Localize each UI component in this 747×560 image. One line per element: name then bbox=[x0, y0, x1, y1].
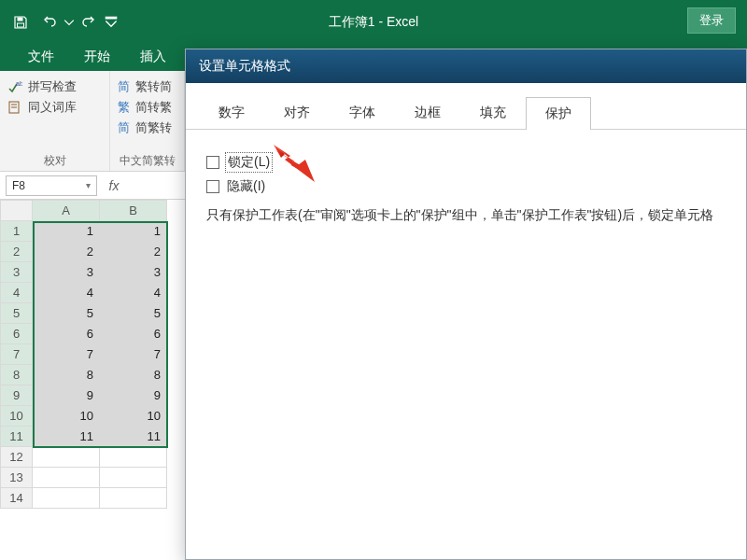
group-chinese-convert: 简 繁转简 繁 简转繁 简 简繁转 中文简繁转 bbox=[110, 71, 185, 171]
row-header[interactable]: 1 bbox=[1, 221, 33, 242]
cell[interactable]: 4 bbox=[33, 283, 100, 303]
spelling-label: 拼写检查 bbox=[28, 78, 77, 95]
cell[interactable]: 11 bbox=[100, 427, 167, 447]
table-row: 111 bbox=[1, 221, 167, 242]
tab-fill[interactable]: 填充 bbox=[460, 96, 526, 129]
quick-access-toolbar bbox=[0, 9, 118, 35]
hide-checkbox-row[interactable]: 隐藏(I) bbox=[206, 178, 726, 195]
group-proofing: abc 拼写检查 同义词库 校对 bbox=[0, 71, 110, 171]
undo-button[interactable] bbox=[35, 9, 62, 35]
row-header[interactable]: 2 bbox=[1, 242, 33, 262]
cell[interactable] bbox=[100, 447, 167, 468]
lock-label: 锁定(L) bbox=[227, 154, 271, 171]
thesaurus-icon bbox=[7, 100, 22, 115]
cell[interactable]: 1 bbox=[33, 221, 100, 242]
name-box[interactable]: F8 ▾ bbox=[6, 175, 97, 196]
tab-protect[interactable]: 保护 bbox=[526, 97, 591, 130]
dialog-body: 锁定(L) 隐藏(I) 只有保护工作表(在"审阅"选项卡上的"保护"组中，单击"… bbox=[186, 130, 746, 242]
cell[interactable]: 10 bbox=[33, 406, 100, 427]
cell[interactable]: 9 bbox=[33, 385, 100, 406]
lock-checkbox[interactable] bbox=[206, 156, 219, 169]
dialog-tabs: 数字 对齐 字体 边框 填充 保护 bbox=[186, 83, 746, 130]
table-row: 222 bbox=[1, 242, 167, 262]
cell[interactable]: 7 bbox=[100, 344, 167, 365]
format-cells-dialog: 设置单元格格式 数字 对齐 字体 边框 填充 保护 锁定(L) 隐藏(I) 只有… bbox=[185, 49, 747, 560]
protection-hint: 只有保护工作表(在"审阅"选项卡上的"保护"组中，单击"保护工作表"按钮)后，锁… bbox=[206, 204, 726, 225]
cell[interactable]: 11 bbox=[33, 427, 100, 447]
cell[interactable]: 3 bbox=[33, 262, 100, 283]
tab-align[interactable]: 对齐 bbox=[264, 96, 330, 129]
row-header[interactable]: 7 bbox=[1, 344, 33, 365]
s2t-button[interactable]: 繁 简转繁 bbox=[118, 97, 176, 118]
cell[interactable]: 1 bbox=[100, 221, 167, 242]
row-header[interactable]: 6 bbox=[1, 324, 33, 344]
t2s-label: 繁转简 bbox=[135, 78, 172, 95]
convert-button[interactable]: 简 简繁转 bbox=[118, 118, 176, 138]
name-box-value: F8 bbox=[12, 179, 25, 192]
cell[interactable]: 6 bbox=[100, 324, 167, 344]
tab-insert[interactable]: 插入 bbox=[125, 43, 181, 71]
cell[interactable]: 5 bbox=[33, 303, 100, 324]
tab-home[interactable]: 开始 bbox=[69, 43, 125, 71]
tab-file[interactable]: 文件 bbox=[13, 43, 69, 71]
hide-label: 隐藏(I) bbox=[227, 178, 265, 195]
undo-dropdown[interactable] bbox=[63, 9, 75, 35]
lock-checkbox-row[interactable]: 锁定(L) bbox=[206, 154, 726, 171]
row-header[interactable]: 12 bbox=[1, 447, 33, 468]
col-header-b[interactable]: B bbox=[100, 201, 167, 221]
table-row: 555 bbox=[1, 303, 167, 324]
table-row: 13 bbox=[1, 468, 167, 488]
row-header[interactable]: 14 bbox=[1, 488, 33, 509]
redo-button[interactable] bbox=[77, 9, 103, 35]
qat-customize[interactable] bbox=[105, 9, 118, 35]
tab-number[interactable]: 数字 bbox=[199, 96, 264, 129]
select-all-corner[interactable] bbox=[1, 201, 33, 221]
redo-icon bbox=[82, 15, 97, 30]
s2t-label: 简转繁 bbox=[135, 99, 172, 116]
cell[interactable] bbox=[33, 447, 100, 468]
chevron-down-icon[interactable]: ▾ bbox=[86, 180, 91, 190]
save-button[interactable] bbox=[7, 9, 34, 35]
cell[interactable]: 9 bbox=[100, 385, 167, 406]
hide-checkbox[interactable] bbox=[206, 180, 219, 193]
cell[interactable]: 6 bbox=[33, 324, 100, 344]
col-header-a[interactable]: A bbox=[33, 201, 100, 221]
table-row: 444 bbox=[1, 283, 167, 303]
cell[interactable]: 2 bbox=[100, 242, 167, 262]
row-header[interactable]: 10 bbox=[1, 406, 33, 427]
t2s-button[interactable]: 简 繁转简 bbox=[118, 77, 176, 97]
row-header[interactable]: 4 bbox=[1, 283, 33, 303]
row-header[interactable]: 11 bbox=[1, 427, 33, 447]
dialog-title[interactable]: 设置单元格格式 bbox=[186, 49, 746, 83]
spelling-button[interactable]: abc 拼写检查 bbox=[7, 77, 102, 97]
tab-border[interactable]: 边框 bbox=[395, 96, 460, 129]
tab-font[interactable]: 字体 bbox=[330, 96, 395, 129]
row-header[interactable]: 5 bbox=[1, 303, 33, 324]
table-row: 888 bbox=[1, 365, 167, 385]
row-header[interactable]: 3 bbox=[1, 262, 33, 283]
save-icon bbox=[13, 15, 28, 30]
cell[interactable]: 2 bbox=[33, 242, 100, 262]
thesaurus-button[interactable]: 同义词库 bbox=[7, 97, 102, 118]
row-header[interactable]: 9 bbox=[1, 385, 33, 406]
cell[interactable] bbox=[100, 468, 167, 488]
convert-label: 简繁转 bbox=[135, 119, 172, 136]
cell[interactable] bbox=[33, 468, 100, 488]
cell[interactable]: 5 bbox=[100, 303, 167, 324]
cell[interactable]: 3 bbox=[100, 262, 167, 283]
group-chinese-label: 中文简繁转 bbox=[118, 149, 176, 169]
row-header[interactable]: 8 bbox=[1, 365, 33, 385]
cell[interactable]: 8 bbox=[33, 365, 100, 385]
login-button[interactable]: 登录 bbox=[687, 7, 736, 34]
cell[interactable]: 4 bbox=[100, 283, 167, 303]
row-header[interactable]: 13 bbox=[1, 468, 33, 488]
cell[interactable]: 8 bbox=[100, 365, 167, 385]
fx-button[interactable]: fx bbox=[103, 178, 125, 193]
table-row: 333 bbox=[1, 262, 167, 283]
svg-rect-2 bbox=[106, 17, 116, 18]
cell[interactable]: 10 bbox=[100, 406, 167, 427]
cell[interactable] bbox=[100, 488, 167, 509]
cell[interactable]: 7 bbox=[33, 344, 100, 365]
traditional-icon: 繁 bbox=[118, 99, 130, 116]
cell[interactable] bbox=[33, 488, 100, 509]
